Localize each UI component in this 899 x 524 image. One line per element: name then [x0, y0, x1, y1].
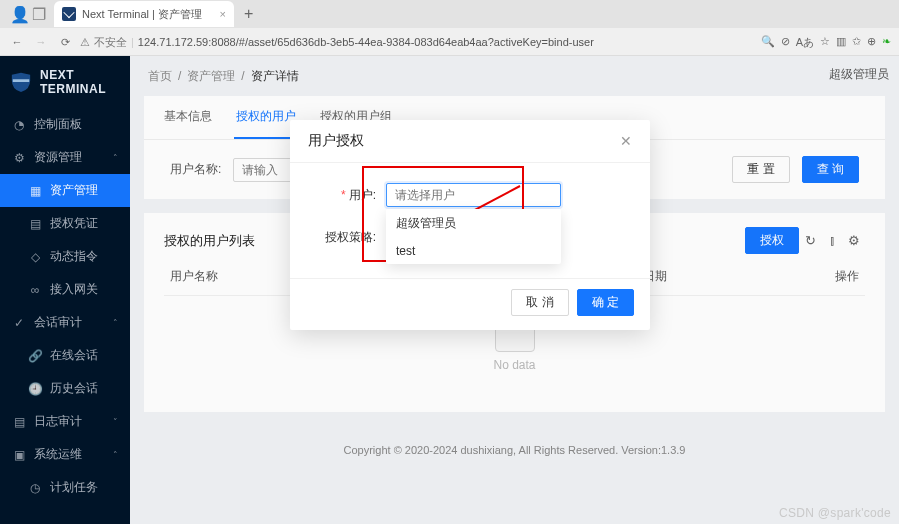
browser-tab[interactable]: Next Terminal | 资产管理 × [54, 1, 234, 27]
forward-icon[interactable]: → [32, 36, 50, 48]
modal-title-bar: 用户授权 ✕ [290, 120, 650, 163]
leaf-icon[interactable]: ❧ [882, 35, 891, 50]
fav-icon[interactable]: ✩ [852, 35, 861, 50]
option-test[interactable]: test [386, 238, 561, 264]
address-bar: ← → ⟳ ⚠ 不安全 | 124.71.172.59:8088/#/asset… [0, 28, 899, 56]
user-select[interactable] [386, 183, 561, 207]
back-icon[interactable]: ← [8, 36, 26, 48]
ok-button[interactable]: 确 定 [577, 289, 634, 316]
bookmark-icon[interactable]: ⊘ [781, 35, 790, 50]
tab-bar: 👤 ❐ Next Terminal | 资产管理 × + [0, 0, 899, 28]
address-field[interactable]: ⚠ 不安全 | 124.71.172.59:8088/#/asset/65d63… [80, 35, 755, 50]
tab-title: Next Terminal | 资产管理 [82, 7, 202, 22]
policy-label: 授权策略: [316, 229, 386, 246]
favicon-icon [62, 7, 76, 21]
search-icon[interactable]: 🔍 [761, 35, 775, 50]
modal-body: 用户: 超级管理员 test 授权策略: [290, 163, 650, 278]
row-user: 用户: 超级管理员 test [316, 183, 624, 207]
font-icon[interactable]: Aあ [796, 35, 814, 50]
option-admin[interactable]: 超级管理员 [386, 209, 561, 238]
insecure-icon: ⚠ [80, 36, 90, 49]
modal-title: 用户授权 [308, 132, 364, 150]
close-icon[interactable]: ✕ [620, 133, 632, 149]
browser-chrome: 👤 ❐ Next Terminal | 资产管理 × + ← → ⟳ ⚠ 不安全… [0, 0, 899, 56]
user-label: 用户: [316, 187, 386, 204]
close-tab-icon[interactable]: × [220, 8, 226, 20]
modal-footer: 取 消 确 定 [290, 278, 650, 330]
reload-icon[interactable]: ⟳ [56, 36, 74, 49]
new-tab-button[interactable]: + [236, 5, 261, 23]
cancel-button[interactable]: 取 消 [511, 289, 568, 316]
star-icon[interactable]: ☆ [820, 35, 830, 50]
copy-icon[interactable]: ❐ [32, 5, 46, 24]
user-dropdown: 超级管理员 test [386, 209, 561, 264]
person-icon: 👤 [10, 5, 30, 24]
watermark: CSDN @spark'code [779, 506, 891, 520]
insecure-label: 不安全 [94, 35, 127, 50]
ext-icon[interactable]: ⊕ [867, 35, 876, 50]
url-text: 124.71.172.59:8088/#/asset/65d636db-3eb5… [138, 36, 594, 48]
authorize-modal: 用户授权 ✕ 用户: 超级管理员 test 授权策略: 取 消 确 定 [290, 120, 650, 330]
reader-icon[interactable]: ▥ [836, 35, 846, 50]
window-buttons: 👤 ❐ [4, 5, 52, 24]
toolbar-icons: 🔍 ⊘ Aあ ☆ ▥ ✩ ⊕ ❧ [761, 35, 891, 50]
